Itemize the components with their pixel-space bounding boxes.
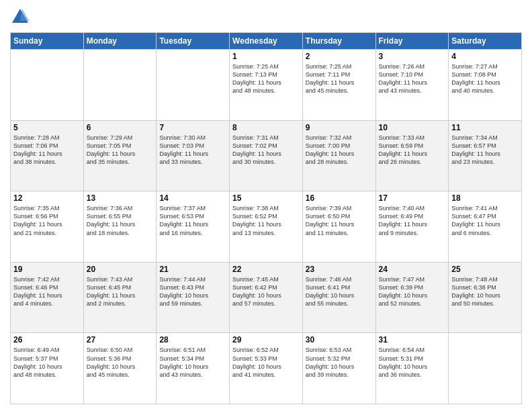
day-number: 23 bbox=[306, 265, 373, 274]
day-number: 16 bbox=[306, 193, 373, 203]
header-row: SundayMondayTuesdayWednesdayThursdayFrid… bbox=[11, 33, 522, 50]
header bbox=[10, 7, 522, 27]
day-number: 24 bbox=[379, 265, 446, 274]
calendar-cell: 4Sunrise: 7:27 AM Sunset: 7:08 PM Daylig… bbox=[449, 50, 522, 121]
day-number: 6 bbox=[87, 123, 154, 132]
calendar-cell: 20Sunrise: 7:43 AM Sunset: 6:45 PM Dayli… bbox=[83, 262, 157, 333]
header-day-thursday: Thursday bbox=[302, 33, 375, 50]
day-info: Sunrise: 7:28 AM Sunset: 7:06 PM Dayligh… bbox=[13, 134, 81, 167]
day-info: Sunrise: 7:25 AM Sunset: 7:11 PM Dayligh… bbox=[306, 62, 373, 95]
day-number: 12 bbox=[13, 193, 81, 203]
day-info: Sunrise: 7:45 AM Sunset: 6:42 PM Dayligh… bbox=[232, 275, 300, 308]
day-number: 11 bbox=[451, 123, 519, 132]
week-row-4: 26Sunrise: 6:49 AM Sunset: 5:37 PM Dayli… bbox=[11, 333, 522, 404]
calendar-cell bbox=[157, 50, 230, 121]
calendar-cell: 16Sunrise: 7:39 AM Sunset: 6:50 PM Dayli… bbox=[302, 191, 375, 263]
day-info: Sunrise: 7:26 AM Sunset: 7:10 PM Dayligh… bbox=[379, 62, 446, 95]
logo bbox=[10, 7, 33, 27]
day-number: 18 bbox=[451, 193, 519, 203]
calendar-cell: 14Sunrise: 7:37 AM Sunset: 6:53 PM Dayli… bbox=[157, 191, 230, 263]
day-info: Sunrise: 7:25 AM Sunset: 7:13 PM Dayligh… bbox=[232, 62, 300, 95]
day-info: Sunrise: 7:38 AM Sunset: 6:52 PM Dayligh… bbox=[232, 204, 300, 237]
day-number: 4 bbox=[451, 52, 519, 61]
week-row-2: 12Sunrise: 7:35 AM Sunset: 6:56 PM Dayli… bbox=[11, 191, 522, 263]
calendar-cell: 27Sunrise: 6:50 AM Sunset: 5:36 PM Dayli… bbox=[83, 333, 157, 404]
day-number: 29 bbox=[232, 335, 300, 345]
day-info: Sunrise: 7:41 AM Sunset: 6:47 PM Dayligh… bbox=[451, 204, 519, 237]
day-number: 30 bbox=[306, 335, 373, 345]
calendar-cell: 28Sunrise: 6:51 AM Sunset: 5:34 PM Dayli… bbox=[157, 333, 230, 404]
day-info: Sunrise: 7:39 AM Sunset: 6:50 PM Dayligh… bbox=[306, 204, 373, 237]
day-info: Sunrise: 6:54 AM Sunset: 5:31 PM Dayligh… bbox=[379, 346, 446, 379]
day-info: Sunrise: 7:32 AM Sunset: 7:00 PM Dayligh… bbox=[306, 134, 373, 167]
calendar-cell: 29Sunrise: 6:52 AM Sunset: 5:33 PM Dayli… bbox=[230, 333, 303, 404]
header-day-tuesday: Tuesday bbox=[157, 33, 230, 50]
day-info: Sunrise: 7:47 AM Sunset: 6:39 PM Dayligh… bbox=[379, 275, 446, 308]
day-info: Sunrise: 7:48 AM Sunset: 6:38 PM Dayligh… bbox=[451, 275, 519, 308]
day-number: 1 bbox=[232, 52, 300, 61]
day-info: Sunrise: 7:27 AM Sunset: 7:08 PM Dayligh… bbox=[451, 62, 519, 95]
calendar-cell: 31Sunrise: 6:54 AM Sunset: 5:31 PM Dayli… bbox=[375, 333, 449, 404]
svg-marker-1 bbox=[20, 9, 30, 21]
calendar-cell: 26Sunrise: 6:49 AM Sunset: 5:37 PM Dayli… bbox=[11, 333, 84, 404]
day-info: Sunrise: 7:35 AM Sunset: 6:56 PM Dayligh… bbox=[13, 204, 81, 237]
calendar-cell: 6Sunrise: 7:29 AM Sunset: 7:05 PM Daylig… bbox=[83, 120, 157, 191]
day-number: 25 bbox=[451, 265, 519, 274]
calendar-cell: 19Sunrise: 7:42 AM Sunset: 6:46 PM Dayli… bbox=[11, 262, 84, 333]
day-info: Sunrise: 6:52 AM Sunset: 5:33 PM Dayligh… bbox=[232, 346, 300, 379]
calendar-cell: 24Sunrise: 7:47 AM Sunset: 6:39 PM Dayli… bbox=[375, 262, 449, 333]
day-number: 17 bbox=[379, 193, 446, 203]
header-day-sunday: Sunday bbox=[11, 33, 84, 50]
day-number: 19 bbox=[13, 265, 81, 274]
calendar-cell bbox=[449, 333, 522, 404]
header-day-saturday: Saturday bbox=[449, 33, 522, 50]
calendar-cell: 18Sunrise: 7:41 AM Sunset: 6:47 PM Dayli… bbox=[449, 191, 522, 263]
calendar-cell: 25Sunrise: 7:48 AM Sunset: 6:38 PM Dayli… bbox=[449, 262, 522, 333]
calendar-cell: 7Sunrise: 7:30 AM Sunset: 7:03 PM Daylig… bbox=[157, 120, 230, 191]
header-day-monday: Monday bbox=[83, 33, 157, 50]
calendar-cell: 8Sunrise: 7:31 AM Sunset: 7:02 PM Daylig… bbox=[230, 120, 303, 191]
page: SundayMondayTuesdayWednesdayThursdayFrid… bbox=[0, 0, 532, 411]
day-info: Sunrise: 7:29 AM Sunset: 7:05 PM Dayligh… bbox=[87, 134, 154, 167]
day-number: 13 bbox=[87, 193, 154, 203]
day-info: Sunrise: 7:43 AM Sunset: 6:45 PM Dayligh… bbox=[87, 275, 154, 308]
day-info: Sunrise: 7:34 AM Sunset: 6:57 PM Dayligh… bbox=[451, 134, 519, 167]
day-number: 7 bbox=[159, 123, 226, 132]
day-number: 2 bbox=[306, 52, 373, 61]
calendar-cell: 9Sunrise: 7:32 AM Sunset: 7:00 PM Daylig… bbox=[302, 120, 375, 191]
day-number: 5 bbox=[13, 123, 81, 132]
day-number: 3 bbox=[379, 52, 446, 61]
calendar-cell bbox=[11, 50, 84, 121]
calendar-cell: 30Sunrise: 6:53 AM Sunset: 5:32 PM Dayli… bbox=[302, 333, 375, 404]
day-number: 9 bbox=[306, 123, 373, 132]
week-row-1: 5Sunrise: 7:28 AM Sunset: 7:06 PM Daylig… bbox=[11, 120, 522, 191]
week-row-0: 1Sunrise: 7:25 AM Sunset: 7:13 PM Daylig… bbox=[11, 50, 522, 121]
day-info: Sunrise: 7:42 AM Sunset: 6:46 PM Dayligh… bbox=[13, 275, 81, 308]
day-number: 20 bbox=[87, 265, 154, 274]
day-info: Sunrise: 6:49 AM Sunset: 5:37 PM Dayligh… bbox=[13, 346, 81, 379]
calendar-cell: 23Sunrise: 7:46 AM Sunset: 6:41 PM Dayli… bbox=[302, 262, 375, 333]
day-number: 27 bbox=[87, 335, 154, 345]
calendar-cell: 3Sunrise: 7:26 AM Sunset: 7:10 PM Daylig… bbox=[375, 50, 449, 121]
calendar-cell: 21Sunrise: 7:44 AM Sunset: 6:43 PM Dayli… bbox=[157, 262, 230, 333]
calendar-cell: 22Sunrise: 7:45 AM Sunset: 6:42 PM Dayli… bbox=[230, 262, 303, 333]
day-info: Sunrise: 6:53 AM Sunset: 5:32 PM Dayligh… bbox=[306, 346, 373, 379]
day-info: Sunrise: 7:30 AM Sunset: 7:03 PM Dayligh… bbox=[159, 134, 226, 167]
day-number: 21 bbox=[159, 265, 226, 274]
header-day-wednesday: Wednesday bbox=[230, 33, 303, 50]
day-info: Sunrise: 7:36 AM Sunset: 6:55 PM Dayligh… bbox=[87, 204, 154, 237]
day-info: Sunrise: 7:44 AM Sunset: 6:43 PM Dayligh… bbox=[159, 275, 226, 308]
day-number: 22 bbox=[232, 265, 300, 274]
week-row-3: 19Sunrise: 7:42 AM Sunset: 6:46 PM Dayli… bbox=[11, 262, 522, 333]
logo-icon bbox=[10, 7, 30, 27]
calendar-cell: 10Sunrise: 7:33 AM Sunset: 6:59 PM Dayli… bbox=[375, 120, 449, 191]
day-number: 28 bbox=[159, 335, 226, 345]
day-number: 31 bbox=[379, 335, 446, 345]
calendar-cell: 12Sunrise: 7:35 AM Sunset: 6:56 PM Dayli… bbox=[11, 191, 84, 263]
day-number: 26 bbox=[13, 335, 81, 345]
day-number: 14 bbox=[159, 193, 226, 203]
header-day-friday: Friday bbox=[375, 33, 449, 50]
calendar-cell: 17Sunrise: 7:40 AM Sunset: 6:49 PM Dayli… bbox=[375, 191, 449, 263]
day-info: Sunrise: 6:51 AM Sunset: 5:34 PM Dayligh… bbox=[159, 346, 226, 379]
calendar-cell: 15Sunrise: 7:38 AM Sunset: 6:52 PM Dayli… bbox=[230, 191, 303, 263]
